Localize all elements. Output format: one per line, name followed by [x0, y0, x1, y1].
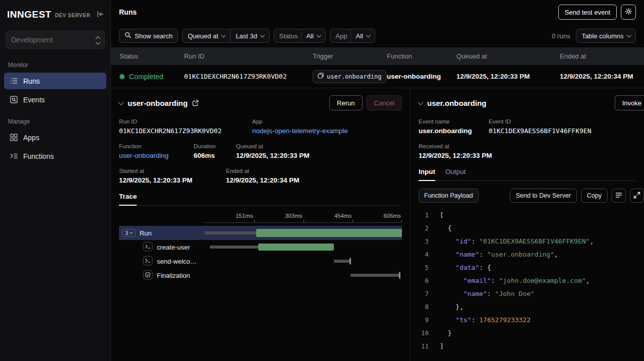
run-id-value: 01KC1DEXCHR2N617Z93RK0VD02	[119, 127, 252, 135]
rerun-button[interactable]: Rerun	[329, 95, 362, 110]
sidebar-collapse-button[interactable]	[96, 10, 104, 20]
terminal-step-icon	[143, 256, 153, 267]
run-fields-row-2: Function user-onboarding Duration 606ms …	[119, 143, 402, 159]
span-segment-tick	[399, 272, 400, 279]
span-name: send-welco…	[157, 258, 197, 265]
run-id-value: 01KC1DEXCHR2N617Z93RK0VD02	[184, 73, 313, 80]
top-bar: Runs Send test event	[111, 0, 644, 24]
code-line-content: "id": "01KC1DEX9AESS6BF1V46FFK9EN",	[440, 235, 594, 248]
tab-trace[interactable]: Trace	[119, 193, 137, 206]
terminal-step-icon	[143, 242, 153, 253]
code-line: 6 "email": "john.doe@example.com",	[419, 274, 636, 287]
function-payload-chip[interactable]: Function Payload	[419, 189, 479, 203]
duration-field: Duration 606ms	[194, 143, 236, 159]
environment-name: Development	[11, 36, 53, 44]
trace-timeline-ruler: 151ms 303ms 454ms 606ms	[205, 211, 402, 223]
code-line: 1[	[419, 209, 636, 222]
sidebar-item-label: Apps	[23, 134, 39, 142]
column-header-trigger: Trigger	[313, 52, 387, 60]
page-title: Runs	[119, 8, 137, 16]
ended-at-field: Ended at 12/9/2025, 12:20:34 PM	[226, 168, 300, 184]
event-title: user.onboarding	[427, 99, 487, 107]
sidebar-item-functions[interactable]: Functions	[4, 148, 106, 164]
code-line: 8 },	[419, 300, 636, 314]
filter-bar: Show search Queued at Last 3d Status All	[111, 24, 644, 47]
trace-span-label: create-user	[119, 242, 205, 253]
events-icon	[9, 95, 18, 104]
tab-output[interactable]: Output	[445, 168, 466, 180]
sidebar-item-label: Events	[23, 96, 45, 104]
ended-at-label: Ended at	[226, 168, 300, 174]
gear-icon	[625, 8, 632, 17]
run-fields-row-1: Run ID 01KC1DEXCHR2N617Z93RK0VD02 App no…	[119, 118, 402, 135]
sidebar-logo-row: INNGEST DEV SERVER	[0, 7, 110, 22]
event-fields-row-1: Event name user.onboarding Event ID 01KC…	[419, 118, 636, 135]
chevron-down-icon	[366, 33, 371, 37]
environment-selector[interactable]: Development	[5, 30, 105, 49]
chevron-down-icon	[260, 33, 265, 37]
trigger-cell: user.onboarding	[313, 70, 387, 83]
apps-icon	[9, 133, 18, 142]
span-timeline	[205, 254, 402, 268]
run-id-label: Run ID	[119, 118, 252, 125]
table-columns-dropdown[interactable]: Table columns	[576, 29, 636, 43]
tick-mark	[304, 220, 304, 222]
queued-at-value: 12/9/2025, 12:20:33 PM	[236, 152, 310, 159]
span-children-count: 3	[125, 230, 128, 236]
function-link[interactable]: user-onboarding	[119, 152, 194, 159]
time-range-dropdown[interactable]: Last 3d	[230, 29, 269, 43]
received-at-field: Received at 12/9/2025, 12:20:33 PM	[419, 143, 492, 159]
app-link[interactable]: nodejs-open-telemetry-example	[252, 127, 348, 135]
code-line-content: }	[440, 327, 451, 340]
app-filter-label: App	[335, 32, 347, 40]
copy-button[interactable]: Copy	[581, 189, 608, 203]
line-number: 2	[419, 222, 429, 235]
table-row[interactable]: Completed 01KC1DEXCHR2N617Z93RK0VD02 use…	[111, 65, 644, 88]
expand-button[interactable]	[630, 189, 644, 203]
sidebar-item-label: Functions	[23, 152, 54, 160]
table-columns-label: Table columns	[581, 32, 623, 40]
wrap-lines-icon	[615, 192, 622, 200]
trigger-badge[interactable]: user.onboarding	[313, 70, 386, 83]
trace-span-row[interactable]: Finalization	[119, 268, 402, 282]
send-test-event-button[interactable]: Send test event	[558, 5, 617, 20]
runs-icon	[9, 77, 18, 85]
tab-input[interactable]: Input	[419, 168, 435, 181]
cancel-button[interactable]: Cancel	[367, 95, 402, 110]
queued-at-value: 12/9/2025, 12:20:33 PM	[456, 73, 560, 80]
wrap-lines-button[interactable]	[612, 189, 626, 203]
status-filter-dropdown[interactable]: Status All	[274, 29, 326, 43]
app-filter-dropdown[interactable]: App All	[330, 29, 375, 43]
payload-tabs: Input Output	[419, 168, 636, 181]
invoke-button[interactable]: Invoke	[615, 95, 644, 110]
open-run-external-link-icon[interactable]	[192, 100, 199, 106]
show-search-button[interactable]: Show search	[119, 29, 178, 43]
sidebar-item-apps[interactable]: Apps	[4, 129, 106, 146]
settings-button[interactable]	[621, 5, 636, 20]
event-id-value: 01KC1DEX9AESS6BF1V46FFK9EN	[489, 127, 592, 135]
function-label: Function	[119, 143, 194, 149]
code-line: 11]	[419, 340, 636, 353]
trace-rows: 3Runcreate-usersend-welco…Finalization	[119, 226, 402, 282]
code-line: 4 "name": "user.onboarding",	[419, 248, 636, 261]
collapse-chevron-icon[interactable]	[118, 99, 124, 105]
span-timeline	[205, 240, 402, 254]
run-status-cell: Completed	[120, 73, 184, 81]
trace-span-row[interactable]: send-welco…	[119, 254, 402, 268]
code-line: 2 {	[419, 222, 636, 235]
send-to-dev-server-button[interactable]: Send to Dev Server	[510, 189, 577, 203]
span-children-toggle[interactable]: 3	[122, 229, 136, 237]
trace-span-label: Finalization	[119, 270, 205, 281]
code-line: 9 "ts": 1765279233322	[419, 314, 636, 327]
sidebar-item-events[interactable]: Events	[4, 91, 106, 108]
collapse-chevron-icon[interactable]	[418, 99, 423, 105]
queued-at-dropdown[interactable]: Queued at	[182, 29, 230, 43]
trace-span-row[interactable]: create-user	[119, 240, 402, 254]
trace-span-row[interactable]: 3Run	[119, 226, 402, 240]
sidebar-item-runs[interactable]: Runs	[4, 73, 106, 89]
app-filter-value: All	[356, 32, 363, 40]
span-name: Run	[140, 229, 152, 237]
app-root: INNGEST DEV SERVER Development Monitor	[0, 0, 644, 361]
payload-code[interactable]: 1[2 {3 "id": "01KC1DEX9AESS6BF1V46FFK9EN…	[419, 209, 636, 353]
column-header-queued-at: Queued at	[456, 52, 560, 60]
